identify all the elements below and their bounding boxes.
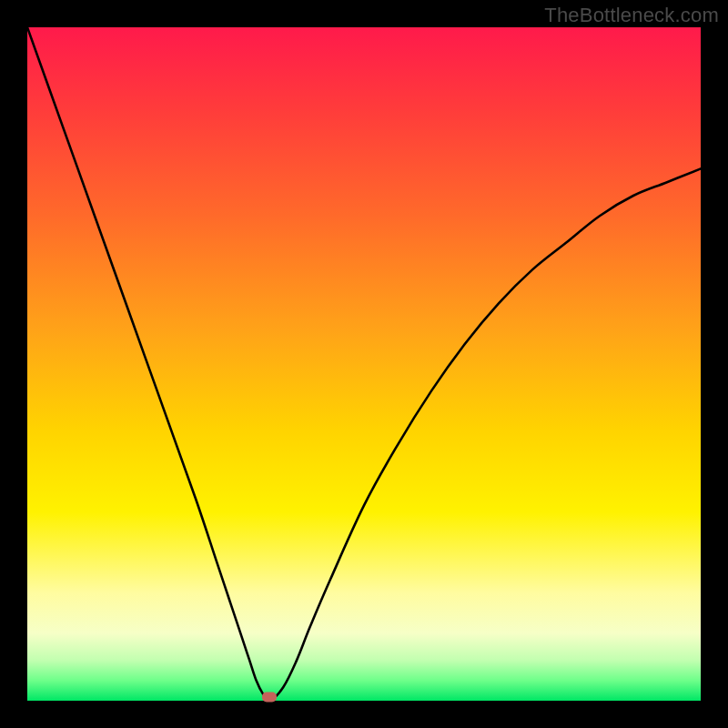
- optimal-marker: [262, 693, 277, 703]
- bottleneck-curve: [27, 27, 701, 701]
- chart-frame: TheBottleneck.com: [0, 0, 728, 728]
- plot-area: [27, 27, 701, 701]
- watermark-text: TheBottleneck.com: [544, 4, 719, 27]
